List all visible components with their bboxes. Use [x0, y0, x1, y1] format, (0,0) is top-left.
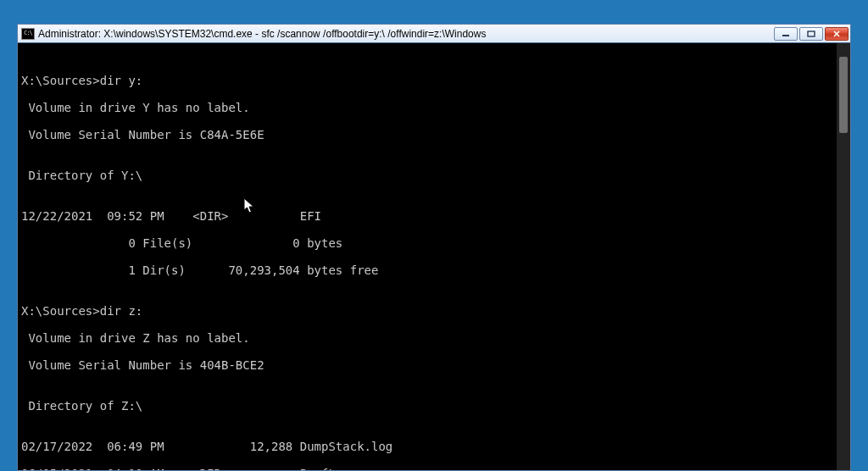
svg-rect-1 — [808, 31, 815, 36]
vertical-scrollbar[interactable] — [836, 43, 850, 470]
output-line: 0 File(s) 0 bytes — [21, 236, 830, 250]
client-area: X:\Sources>dir y: Volume in drive Y has … — [18, 43, 850, 470]
output-line: Volume in drive Y has no label. — [21, 101, 830, 114]
minimize-button[interactable] — [774, 27, 798, 41]
output-line: 1 Dir(s) 70,293,504 bytes free — [21, 263, 830, 277]
console-output[interactable]: X:\Sources>dir y: Volume in drive Y has … — [19, 43, 835, 470]
output-line: X:\Sources>dir y: — [21, 74, 830, 87]
output-line: Volume Serial Number is C84A-5E6E — [21, 128, 830, 141]
output-line: Volume Serial Number is 404B-BCE2 — [21, 358, 830, 372]
output-line: Volume in drive Z has no label. — [21, 331, 830, 345]
cmd-icon-text: C:\ — [24, 30, 32, 36]
scrollbar-thumb[interactable] — [839, 57, 848, 133]
output-line: Directory of Z:\ — [21, 399, 830, 413]
cmd-icon: C:\ — [21, 28, 35, 40]
maximize-button[interactable] — [799, 27, 823, 41]
window-title: Administrator: X:\windows\SYSTEM32\cmd.e… — [38, 28, 774, 40]
output-line: 06/05/2021 04:10 AM <DIR> PerfLogs — [21, 467, 830, 470]
close-button[interactable] — [825, 27, 849, 41]
output-line: X:\Sources>dir z: — [21, 304, 830, 318]
window-buttons — [774, 27, 849, 41]
titlebar[interactable]: C:\ Administrator: X:\windows\SYSTEM32\c… — [18, 25, 850, 43]
output-line: 12/22/2021 09:52 PM <DIR> EFI — [21, 209, 830, 223]
cmd-window: C:\ Administrator: X:\windows\SYSTEM32\c… — [17, 24, 851, 471]
output-line: Directory of Y:\ — [21, 169, 830, 182]
output-line: 02/17/2022 06:49 PM 12,288 DumpStack.log — [21, 440, 830, 453]
